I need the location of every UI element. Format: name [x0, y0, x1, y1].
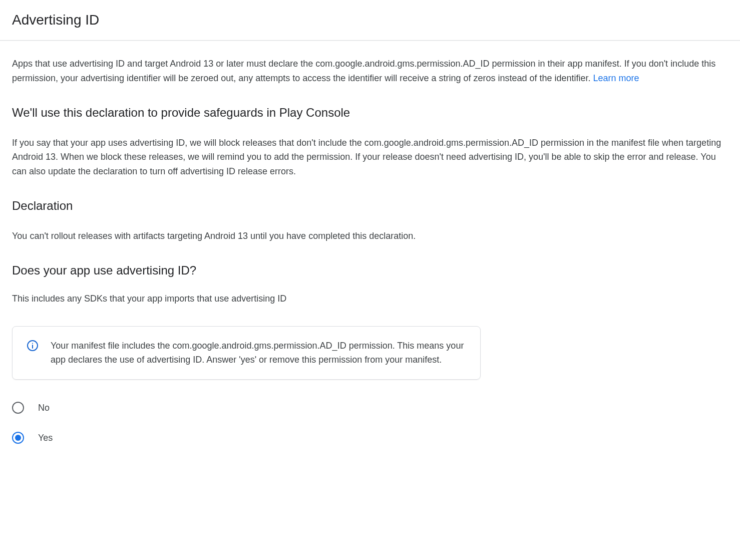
radio-circle-yes — [12, 432, 24, 444]
radio-group: No Yes — [12, 402, 728, 444]
info-box-text: Your manifest file includes the com.goog… — [51, 339, 466, 368]
page-title: Advertising ID — [12, 12, 728, 28]
radio-label-yes: Yes — [38, 433, 53, 443]
info-icon — [27, 340, 39, 352]
radio-circle-no — [12, 402, 24, 414]
declaration-heading: Declaration — [12, 199, 728, 213]
question-heading: Does your app use advertising ID? — [12, 263, 728, 277]
safeguards-heading: We'll use this declaration to provide sa… — [12, 106, 728, 120]
declaration-body: You can't rollout releases with artifact… — [12, 229, 728, 243]
question-subtext: This includes any SDKs that your app imp… — [12, 292, 728, 306]
divider — [0, 40, 740, 41]
intro-text: Apps that use advertising ID and target … — [12, 57, 728, 86]
learn-more-link[interactable]: Learn more — [593, 73, 639, 83]
radio-option-yes[interactable]: Yes — [12, 432, 728, 444]
svg-point-2 — [32, 343, 33, 344]
radio-label-no: No — [38, 403, 50, 413]
safeguards-body: If you say that your app uses advertisin… — [12, 136, 728, 179]
info-box: Your manifest file includes the com.goog… — [12, 326, 481, 380]
radio-option-no[interactable]: No — [12, 402, 728, 414]
